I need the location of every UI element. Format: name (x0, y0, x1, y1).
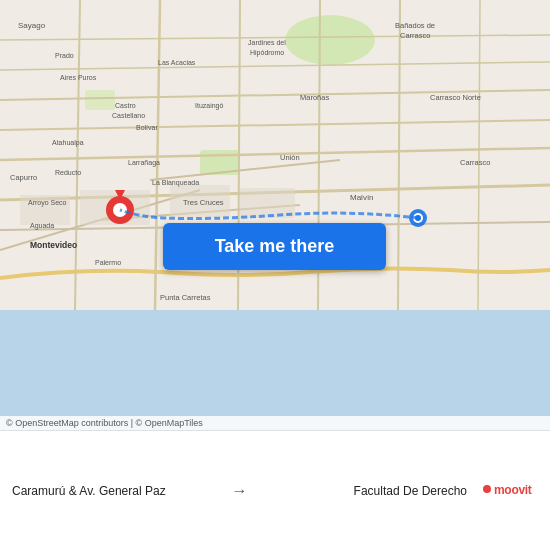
svg-text:Jardines del: Jardines del (248, 39, 286, 46)
svg-point-2 (285, 15, 375, 65)
svg-text:Montevideo: Montevideo (30, 240, 77, 250)
take-me-there-button[interactable]: Take me there (163, 223, 386, 270)
svg-text:Castellano: Castellano (112, 112, 145, 119)
bottom-bar: Caramurú & Av. General Paz → Facultad De… (0, 430, 550, 550)
svg-text:Bañados de: Bañados de (395, 21, 435, 30)
svg-text:Atahualpa: Atahualpa (52, 139, 84, 147)
svg-text:Arroyo Seco: Arroyo Seco (28, 199, 67, 207)
svg-text:Aires Puros: Aires Puros (60, 74, 97, 81)
svg-text:La Blanqueada: La Blanqueada (152, 179, 199, 187)
svg-rect-4 (85, 90, 115, 110)
svg-text:Larrañaga: Larrañaga (128, 159, 160, 167)
svg-text:Tres Cruces: Tres Cruces (183, 198, 224, 207)
svg-text:Aguada: Aguada (30, 222, 54, 230)
map-area: Sayago Aires Puros Capurro Atahualpa Red… (0, 0, 550, 430)
moovit-logo-text: moovit (483, 480, 538, 501)
svg-text:Carrasco: Carrasco (400, 31, 430, 40)
svg-text:Malvín: Malvín (350, 193, 374, 202)
arrow-icon: → (232, 482, 248, 500)
svg-text:Sayago: Sayago (18, 21, 46, 30)
destination-label: Facultad De Derecho (256, 484, 468, 498)
svg-text:Carrasco Norte: Carrasco Norte (430, 93, 481, 102)
moovit-logo: moovit (483, 480, 538, 501)
origin-label: Caramurú & Av. General Paz (12, 484, 224, 498)
svg-text:Carrasco: Carrasco (460, 158, 490, 167)
svg-text:Palermo: Palermo (95, 259, 121, 266)
map-attribution: © OpenStreetMap contributors | © OpenMap… (0, 416, 550, 430)
svg-text:Ituzaingó: Ituzaingó (195, 102, 224, 110)
svg-text:moovit: moovit (494, 483, 532, 497)
svg-text:Bolívar: Bolívar (136, 124, 158, 131)
svg-text:Punta Carretas: Punta Carretas (160, 293, 211, 302)
svg-text:Capurro: Capurro (10, 173, 37, 182)
svg-text:Las Acacias: Las Acacias (158, 59, 196, 66)
svg-text:Maroñas: Maroñas (300, 93, 329, 102)
svg-text:Castro: Castro (115, 102, 136, 109)
app-container: Sayago Aires Puros Capurro Atahualpa Red… (0, 0, 550, 550)
svg-point-60 (483, 485, 491, 493)
map-svg: Sayago Aires Puros Capurro Atahualpa Red… (0, 0, 550, 430)
svg-text:Unión: Unión (280, 153, 300, 162)
svg-text:Hipódromo: Hipódromo (250, 49, 284, 57)
svg-text:Reducto: Reducto (55, 169, 81, 176)
svg-text:Prado: Prado (55, 52, 74, 59)
